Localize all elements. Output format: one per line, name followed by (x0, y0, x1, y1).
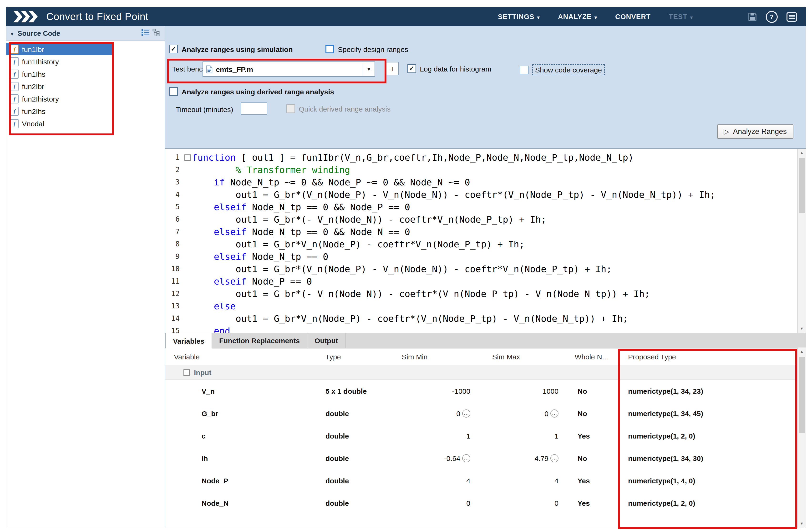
source-code-panel: Source Code (6, 26, 165, 528)
derived-range-checkbox[interactable] (169, 87, 178, 96)
help-icon[interactable] (766, 11, 778, 23)
variable-row[interactable]: c double 1 1 Yes numerictype(1, 2, 0) (165, 425, 798, 447)
cell-sim-max: 4 (483, 477, 571, 485)
tab-variables[interactable]: Variables (165, 333, 212, 348)
design-ranges-checkbox[interactable] (325, 45, 334, 53)
toolbar-menu-item[interactable]: ANALYZE (558, 13, 597, 20)
variable-row[interactable]: Ih double -0.64 4.79 No numerictype(1, 3… (165, 447, 798, 470)
toolbar-menu-item[interactable]: CONVERT (615, 13, 651, 20)
code-line: 13 else (165, 300, 806, 312)
mfile-icon (206, 65, 213, 73)
timeout-label: Timeout (minutes) (176, 105, 233, 113)
code-text: out1 = G_br*(- V_n(Node_N)) - coeftr*(V_… (192, 288, 650, 299)
hierarchy-view-icon[interactable] (153, 29, 161, 38)
function-file-icon (11, 94, 18, 103)
test-bench-combo[interactable]: emts_FP.m (203, 61, 375, 77)
save-icon[interactable] (748, 12, 757, 21)
cell-type: 5 x 1 double (316, 387, 392, 395)
quick-derived-checkbox (286, 104, 295, 113)
app-title: Convert to Fixed Point (46, 11, 148, 23)
toolbar-menu-label: SETTINGS (498, 13, 534, 20)
code-lines: 1 function [ out1 ] = fun1Ibr(V_n,G_br,c… (165, 149, 806, 333)
toolbar-menu-item[interactable]: TEST (669, 13, 693, 20)
code-line: 14 out1 = G_br*V_n(Node_P) - coeftr*(V_n… (165, 312, 806, 325)
function-file-icon (11, 69, 18, 78)
analyze-settings-panel: Analyze ranges using simulation Specify … (165, 26, 806, 148)
cell-variable: c (165, 432, 316, 440)
code-text: else (192, 301, 236, 311)
quick-derived-label: Quick derived range analysis (299, 105, 391, 113)
scroll-up-icon[interactable] (798, 347, 806, 356)
cell-whole-number: No (571, 410, 621, 418)
editor-scrollbar-thumb[interactable] (799, 158, 805, 213)
cell-proposed-type: numerictype(1, 4, 0) (621, 477, 798, 485)
source-file-item[interactable]: fun2Ihistory (6, 92, 113, 105)
editor-scrollbar[interactable] (797, 149, 806, 333)
ellipsis-badge-icon[interactable] (550, 410, 559, 418)
source-code-header: Source Code (6, 26, 165, 41)
source-file-item[interactable]: Vnodal (6, 117, 113, 130)
code-editor[interactable]: 1 function [ out1 ] = fun1Ibr(V_n,G_br,c… (165, 148, 806, 333)
line-number: 9 (165, 252, 183, 261)
screenshot-stage: Convert to Fixed Point SETTINGS ANALYZE … (0, 0, 812, 531)
col-header-sim-min: Sim Min (392, 353, 483, 361)
toolbar-menu-item[interactable]: SETTINGS (498, 13, 540, 20)
list-view-icon[interactable] (141, 29, 150, 38)
ellipsis-badge-icon[interactable] (462, 410, 470, 418)
cell-variable: G_br (165, 410, 316, 418)
scroll-up-icon[interactable] (798, 149, 806, 157)
line-number: 14 (165, 314, 183, 323)
source-file-name: fun2Ihistory (22, 95, 59, 103)
ellipsis-badge-icon[interactable] (550, 454, 559, 462)
source-file-item[interactable]: fun1Ihs (6, 68, 113, 80)
line-number: 3 (165, 178, 183, 186)
code-coverage-checkbox[interactable] (520, 66, 528, 74)
line-number: 6 (165, 215, 183, 224)
cell-whole-number: Yes (571, 432, 621, 440)
cell-type: double (316, 499, 392, 507)
line-number: 12 (165, 289, 183, 298)
log-histogram-checkbox[interactable] (407, 64, 416, 73)
code-line: 5 elseif Node_N_tp == 0 && Node_P == 0 (165, 201, 806, 213)
derived-range-label: Analyze ranges using derived range analy… (182, 87, 334, 96)
input-group-row[interactable]: Input (165, 365, 798, 380)
layout-icon[interactable] (786, 12, 797, 22)
analyze-ranges-button[interactable]: Analyze Ranges (717, 125, 794, 139)
timeout-input[interactable] (241, 102, 267, 115)
code-text: if Node_N_tp ~= 0 && Node_P ~= 0 && Node… (192, 177, 470, 187)
source-file-list: fun1Ibr fun1Ihistory fun1Ihs fun (6, 41, 165, 528)
ellipsis-badge-icon[interactable] (462, 454, 470, 462)
variable-row[interactable]: G_br double 0 0 No numerictype(1, 34, 45… (165, 402, 798, 425)
source-file-item[interactable]: fun2Ihs (6, 105, 113, 117)
add-test-bench-button[interactable]: + (386, 62, 399, 75)
variable-row[interactable]: Node_P double 4 4 Yes numerictype(1, 4, … (165, 470, 798, 492)
variable-row[interactable]: Node_N double 0 0 Yes numerictype(1, 2, … (165, 492, 798, 514)
code-line: 1 function [ out1 ] = fun1Ibr(V_n,G_br,c… (165, 151, 806, 163)
scroll-down-icon[interactable] (798, 325, 806, 333)
scroll-down-icon[interactable] (798, 519, 806, 528)
table-scrollbar[interactable] (797, 347, 806, 528)
cell-sim-min: -1000 (392, 387, 483, 395)
variable-row[interactable]: V_n 5 x 1 double -1000 1000 No numericty… (165, 380, 798, 402)
source-file-name: fun2Ibr (22, 82, 44, 90)
col-header-whole-number: Whole N... (571, 353, 621, 361)
group-collapse-icon[interactable] (184, 369, 190, 375)
source-file-item[interactable]: fun2Ibr (6, 80, 113, 92)
function-file-icon (11, 106, 18, 116)
code-text: out1 = G_br*V_n(Node_P) - coeftr*(V_n(No… (192, 313, 628, 324)
tab-function-replacements[interactable]: Function Replacements (212, 333, 307, 348)
source-file-item[interactable]: fun1Ihistory (6, 55, 113, 68)
cell-proposed-type: numerictype(1, 34, 45) (621, 410, 798, 418)
line-number: 15 (165, 327, 183, 333)
cell-sim-max: 4.79 (483, 454, 571, 462)
source-file-item[interactable]: fun1Ibr (6, 43, 113, 55)
log-histogram-label: Log data for histogram (420, 64, 491, 73)
cell-sim-max: 0 (483, 410, 571, 418)
code-fold-icon[interactable] (185, 154, 191, 160)
tab-output[interactable]: Output (307, 333, 346, 348)
combo-dropdown-icon[interactable] (363, 62, 375, 76)
collapse-triangle-icon[interactable] (10, 29, 14, 38)
table-scrollbar-thumb[interactable] (799, 357, 805, 433)
simulation-checkbox[interactable] (169, 45, 178, 53)
code-line: 3 if Node_N_tp ~= 0 && Node_P ~= 0 && No… (165, 176, 806, 188)
